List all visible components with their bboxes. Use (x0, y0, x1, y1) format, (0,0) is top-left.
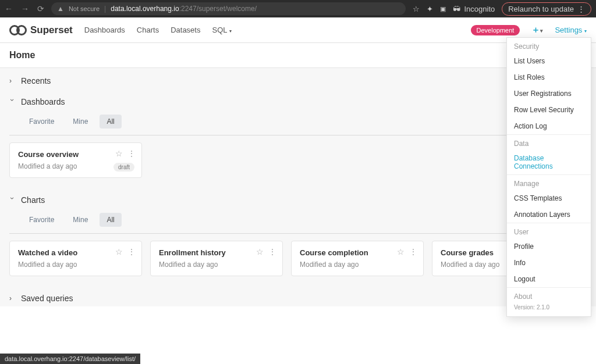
menu-item-profile[interactable]: Profile (507, 238, 591, 255)
charts-cards: ☆⋮ Watched a video Modified a day ago ☆⋮… (9, 241, 587, 286)
more-icon[interactable]: ⋮ (268, 247, 276, 256)
more-icon[interactable]: ⋮ (127, 149, 136, 158)
menu-header-security: Security (507, 38, 591, 53)
section-label: Recents (21, 76, 51, 85)
card-meta: Modified a day ago (18, 260, 133, 269)
dashboard-card[interactable]: ☆⋮ Course overview Modified a day ago dr… (9, 142, 142, 178)
dashboards-filters: Favorite Mine All ＋DASHBOARD (9, 110, 587, 135)
menu-header-user: User (507, 223, 591, 238)
logo-icon (9, 25, 27, 35)
card-meta: Modified a day ago (300, 260, 415, 269)
page-title: Home (9, 50, 587, 60)
menu-item-logout[interactable]: Logout (507, 271, 591, 287)
add-new-button[interactable]: ＋▾ (531, 24, 543, 35)
menu-item-database-connections[interactable]: Database Connections (507, 150, 591, 174)
draft-badge: draft (113, 163, 134, 172)
filter-favorite[interactable]: Favorite (22, 115, 61, 129)
address-bar[interactable]: ▲ Not secure | data.local.overhang.io:22… (51, 2, 406, 15)
chart-card[interactable]: ☆⋮ Enrollment history Modified a day ago (150, 241, 283, 276)
section-label: Charts (21, 195, 45, 205)
divider (9, 233, 587, 234)
nav-sql[interactable]: SQL ▾ (212, 26, 231, 34)
menu-item-css-templates[interactable]: CSS Templates (507, 190, 591, 206)
more-icon[interactable]: ⋮ (127, 247, 136, 256)
status-bar: data.local.overhang.io:2247/databaseview… (0, 354, 140, 364)
menu-item-list-roles[interactable]: List Roles (507, 69, 591, 85)
section-label: Saved queries (21, 294, 73, 303)
more-icon: ⋮ (577, 5, 585, 13)
caret-down-icon: ▾ (229, 28, 232, 34)
more-icon[interactable]: ⋮ (409, 247, 417, 256)
menu-item-list-users[interactable]: List Users (507, 53, 591, 69)
section-charts-toggle[interactable]: › Charts (9, 187, 587, 208)
settings-menu: Security List Users List Roles User Regi… (506, 37, 591, 317)
nav-charts[interactable]: Charts (137, 26, 159, 34)
filter-mine[interactable]: Mine (66, 213, 95, 227)
menu-header-about: About (507, 288, 591, 303)
menu-item-row-level-security[interactable]: Row Level Security (507, 102, 591, 118)
chart-card[interactable]: ☆⋮ Watched a video Modified a day ago (9, 241, 142, 276)
settings-dropdown[interactable]: Settings ▾ (555, 26, 587, 34)
star-icon[interactable]: ☆ (115, 247, 123, 256)
chevron-down-icon: › (8, 99, 16, 105)
caret-down-icon: ▾ (540, 28, 543, 34)
chevron-right-icon: › (9, 294, 15, 302)
chevron-down-icon: › (8, 197, 16, 203)
version-text: Version: 2.1.0 (507, 303, 591, 316)
star-icon[interactable]: ☆ (397, 247, 405, 256)
env-badge: Development (471, 25, 520, 35)
forward-icon[interactable]: → (21, 4, 29, 13)
filter-favorite[interactable]: Favorite (22, 213, 61, 227)
chart-card[interactable]: ☆⋮ Course completion Modified a day ago (291, 241, 424, 276)
bookmark-icon[interactable]: ☆ (413, 5, 420, 13)
app-logo[interactable]: Superset (9, 24, 73, 36)
incognito-icon: 🕶 (453, 5, 460, 13)
star-icon[interactable]: ☆ (256, 247, 264, 256)
reload-icon[interactable]: ⟳ (37, 4, 44, 13)
back-icon[interactable]: ← (5, 4, 13, 13)
browser-toolbar: ← → ⟳ ▲ Not secure | data.local.overhang… (0, 0, 596, 17)
menu-item-user-registrations[interactable]: User Registrations (507, 85, 591, 102)
panel-icon[interactable]: ▣ (440, 5, 446, 13)
extensions-icon[interactable]: ✦ (427, 5, 433, 13)
incognito-indicator: 🕶 Incognito (453, 5, 495, 13)
menu-item-annotation-layers[interactable]: Annotation Layers (507, 206, 591, 223)
relaunch-button[interactable]: Relaunch to update ⋮ (502, 2, 591, 16)
nav-dashboards[interactable]: Dashboards (84, 26, 125, 34)
menu-item-info[interactable]: Info (507, 255, 591, 271)
divider (9, 135, 587, 135)
filter-all[interactable]: All (100, 213, 121, 227)
section-saved-toggle[interactable]: › Saved queries (9, 286, 587, 306)
menu-header-data: Data (507, 135, 591, 150)
not-secure-label: Not secure (69, 5, 100, 12)
card-meta: Modified a day ago (159, 260, 274, 269)
caret-down-icon: ▾ (584, 28, 587, 34)
dashboards-cards: ☆⋮ Course overview Modified a day ago dr… (9, 142, 587, 187)
section-recents-toggle[interactable]: › Recents (9, 68, 587, 89)
section-dashboards-toggle[interactable]: › Dashboards (9, 89, 587, 110)
chevron-right-icon: › (9, 77, 15, 85)
menu-item-action-log[interactable]: Action Log (507, 118, 591, 134)
url-text: data.local.overhang.io:2247/superset/wel… (111, 5, 257, 13)
star-icon[interactable]: ☆ (115, 149, 123, 158)
filter-mine[interactable]: Mine (66, 115, 95, 129)
menu-header-manage: Manage (507, 175, 591, 190)
filter-all[interactable]: All (100, 115, 121, 129)
not-secure-icon: ▲ (57, 5, 64, 13)
nav-datasets[interactable]: Datasets (171, 26, 200, 34)
charts-filters: Favorite Mine All ＋CHART (9, 208, 587, 233)
section-label: Dashboards (21, 97, 65, 106)
